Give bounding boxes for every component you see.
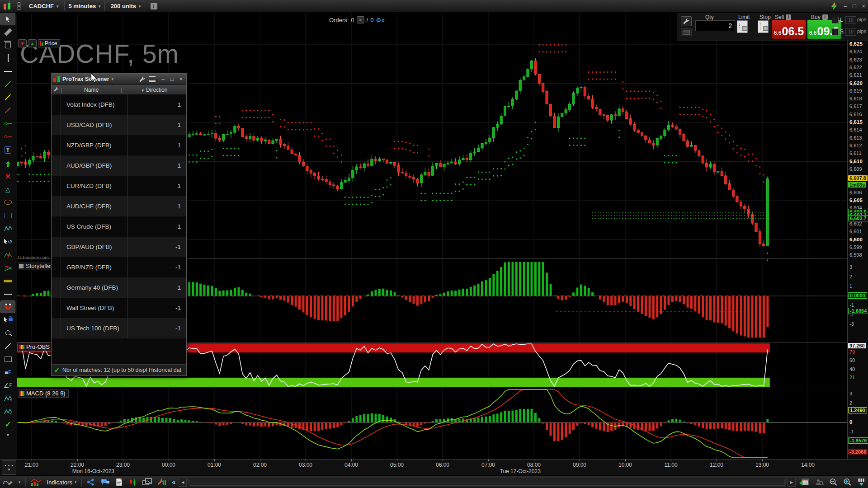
trendline-green-tool[interactable] (0, 78, 16, 91)
indicators-icon[interactable] (28, 477, 43, 488)
long-pips-input[interactable]: 10 (845, 16, 856, 24)
window-maximize-button[interactable]: □ (850, 2, 859, 11)
text-tool[interactable]: T (0, 143, 16, 156)
short-pips-input[interactable]: 10 (845, 28, 856, 36)
screener-row[interactable]: USD/CAD (DFB) 1 (52, 115, 186, 135)
screener-title-bar[interactable]: ProTrax Screener ▾ – □ × (52, 74, 186, 84)
chart-settings-icon[interactable] (155, 477, 169, 488)
cancel-orders-button[interactable]: × (357, 16, 364, 23)
symbol-selector[interactable]: CADCHF ▾ (25, 1, 62, 11)
pane-separator[interactable] (0, 388, 868, 388)
screener-maximize-button[interactable]: □ (169, 76, 175, 82)
screener-row[interactable]: US Tech 100 (DFB) -1 (52, 318, 186, 338)
scroll-left-button[interactable]: ◀ (179, 478, 187, 487)
sell-info-icon[interactable]: i (786, 14, 791, 20)
white-segment-tool[interactable] (0, 287, 16, 300)
quantity-input[interactable]: 2 (695, 20, 735, 31)
pointer-tool[interactable] (0, 13, 15, 25)
elliott-wave-abc-tool[interactable]: c (0, 405, 16, 418)
caret-down-icon[interactable]: ▾ (16, 477, 23, 488)
fibonacci-fan-tool[interactable]: ∠F (0, 379, 16, 392)
window-minimize-button[interactable]: – (841, 2, 850, 11)
buy-order-icon[interactable]: ▲ (28, 39, 37, 47)
screener-minimize-button[interactable]: – (160, 76, 166, 82)
buy-info-icon[interactable]: i (822, 14, 828, 20)
screener-close-button[interactable]: × (178, 76, 184, 82)
segment-green-tool[interactable] (0, 117, 16, 130)
eraser-tool[interactable] (0, 38, 16, 52)
indicators-button[interactable]: Indicators▾ (44, 479, 80, 486)
window-close-button[interactable]: × (859, 2, 868, 11)
screener-row[interactable]: EUR/NZD (DFB) 1 (52, 176, 186, 196)
screener-row[interactable]: GBP/NZD (DFB) -1 (52, 257, 186, 277)
yellow-segment-tool[interactable] (0, 274, 16, 287)
screener-row[interactable]: US Crude (DFB) -1 (52, 216, 186, 237)
orders-settings-icon[interactable]: ⚙⚙ (376, 17, 385, 23)
triangle-tool[interactable]: △ (0, 183, 16, 196)
wedge-pattern-tool[interactable] (0, 261, 16, 274)
screener-row[interactable]: NZD/GBP (DFB) 1 (52, 135, 186, 155)
news-icon[interactable] (113, 477, 125, 488)
elliott-wave-12345-tool[interactable]: 5 (0, 392, 16, 405)
segment-red-tool[interactable] (0, 130, 16, 143)
name-column-header[interactable]: Name (62, 87, 121, 93)
rectangle-outline-tool[interactable] (0, 352, 16, 366)
sell-button[interactable]: 6,6 06.5 (772, 20, 806, 39)
collapse-icon[interactable]: « (170, 477, 178, 488)
screener-menu-icon[interactable] (149, 76, 156, 82)
sell-order-icon[interactable]: ▼ (18, 39, 27, 47)
screener-row[interactable]: GBP/AUD (DFB) -1 (52, 237, 186, 257)
trade-settings-button[interactable] (681, 16, 692, 26)
macd-indicator-label[interactable]: MACD (8 26 9) (18, 389, 69, 398)
zoom-in-icon[interactable] (841, 477, 854, 488)
trade-grid-button[interactable] (681, 28, 692, 36)
stop-order-icon[interactable]: ↑↓ (758, 20, 769, 33)
share-icon[interactable] (84, 477, 97, 488)
vertical-line-tool[interactable] (0, 52, 16, 65)
delete-cross-tool[interactable]: × (0, 169, 16, 183)
zoom-out-icon[interactable] (827, 477, 840, 488)
screener-settings-icon[interactable] (139, 76, 145, 82)
columns-layout-icon[interactable] (855, 477, 868, 488)
lock-pointer-tool[interactable] (0, 313, 16, 326)
toolbar-scroll-down-button[interactable]: ▼ (0, 431, 16, 439)
ruler-tool[interactable] (0, 25, 16, 38)
magnet-tool[interactable] (0, 300, 15, 313)
history-calendar-icon[interactable] (797, 477, 811, 488)
limit-order-icon[interactable]: ↓↑ (737, 20, 748, 33)
compare-icon[interactable] (126, 477, 139, 488)
ellipse-tool[interactable] (0, 196, 16, 209)
trendline-red-tool[interactable] (0, 104, 16, 117)
draw-tools-icon[interactable] (0, 477, 15, 488)
line-tool[interactable] (0, 339, 16, 352)
scroll-right-button[interactable]: ▶ (788, 478, 796, 487)
horizontal-scrollbar[interactable] (189, 478, 786, 487)
price-axis[interactable]: 6,5986,5996,6006,6016,6026,6036,6046,605… (847, 13, 868, 459)
zoom-tool[interactable] (0, 326, 16, 339)
pointer-undo-tool[interactable]: ↺ (0, 235, 16, 248)
validate-tool[interactable]: ✓ (0, 418, 16, 431)
direction-column-header[interactable]: ▼ Direction (122, 87, 186, 93)
screener-row[interactable]: Germany 40 (DFB) -1 (52, 277, 186, 298)
more-tools-button[interactable]: • • • ▼ (2, 460, 16, 475)
arrow-up-tool[interactable] (0, 156, 16, 169)
price-pane-tab[interactable]: Price (38, 39, 60, 47)
screener-row[interactable]: AUD/CHF (DFB) 1 (52, 196, 186, 216)
rectangle-tool[interactable] (0, 209, 16, 222)
screener-title-caret[interactable]: ▾ (112, 77, 114, 81)
timeframe-selector[interactable]: 5 minutes ▾ (64, 1, 104, 11)
storyteller-indicator-label[interactable]: Storyteller (18, 262, 56, 270)
stop-checkbox[interactable] (832, 28, 839, 35)
trendline-yellow-tool[interactable] (0, 91, 16, 104)
scrollbar-thumb[interactable] (189, 479, 785, 486)
zigzag-trend-tool[interactable] (0, 248, 16, 261)
limit-checkbox[interactable] (832, 17, 839, 23)
screener-row[interactable]: Volat Index (DFB) 1 (52, 94, 186, 115)
fibonacci-retracement-tool[interactable]: ≡F (0, 366, 16, 379)
column-settings-icon[interactable] (52, 87, 61, 93)
horizontal-line-tool[interactable] (0, 65, 16, 78)
screener-row[interactable]: AUD/GBP (DFB) 1 (52, 155, 186, 176)
link-windows-icon[interactable] (17, 2, 21, 10)
screener-row[interactable]: Wall Street (DFB) -1 (52, 298, 186, 318)
time-axis[interactable]: • • • ▼ 21:0022:0023:0000:0001:0002:0003… (0, 459, 868, 476)
